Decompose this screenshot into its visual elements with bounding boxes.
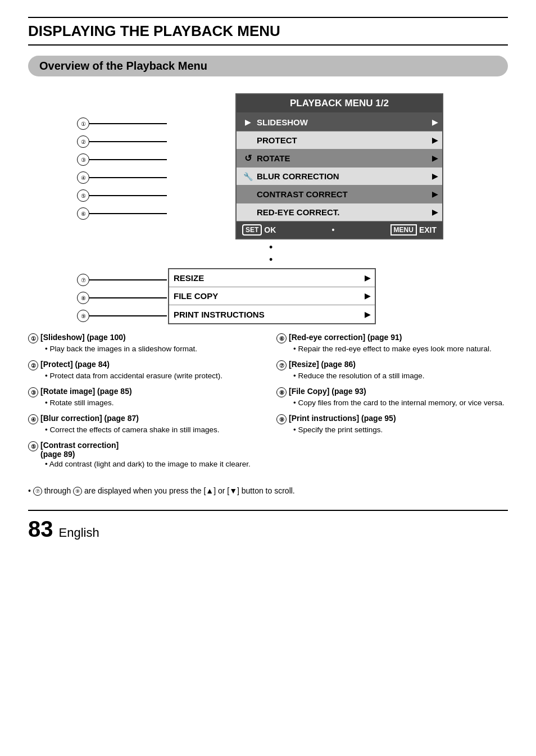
callout-row-7: ⑦ [77, 271, 167, 289]
desc-3: ③ [Rotate image] (page 85) Rotate still … [28, 387, 260, 407]
descriptions-section: ① [Slideshow] (page 100) Play back the i… [28, 333, 508, 475]
contrast-icon [241, 189, 255, 200]
slideshow-icon: ▶ [241, 117, 255, 128]
desc-6: ⑥ [Red-eye correction] (page 91) Repair … [276, 333, 508, 353]
menu-box: PLAYBACK MENU 1/2 ▶ SLIDESHOW ▶ PROTECT … [168, 93, 376, 239]
desc-4: ④ [Blur correction] (page 87) Correct th… [28, 414, 260, 434]
page-title: DISPLAYING THE PLAYBACK MENU [28, 17, 508, 46]
page-language: English [59, 526, 99, 540]
section-header: Overview of the Playback Menu [28, 56, 508, 76]
redeye-icon [241, 207, 255, 218]
callout-row-6: ⑥ [77, 205, 167, 223]
menu-item-redeye[interactable]: RED-EYE CORRECT. ▶ [237, 203, 442, 221]
desc-1: ① [Slideshow] (page 100) Play back the i… [28, 333, 260, 353]
desc-left-col: ① [Slideshow] (page 100) Play back the i… [28, 333, 260, 475]
diagram-top: ① ② ③ ④ ⑤ ⑥ [77, 93, 459, 241]
callout-row-9: ⑨ [77, 307, 167, 325]
set-badge: SET [242, 224, 262, 236]
callout-row-1: ① [77, 115, 167, 133]
ok-label: OK [264, 225, 276, 234]
menu-title: PLAYBACK MENU 1/2 [237, 94, 442, 114]
page-number: 83 [28, 517, 53, 542]
exit-label: EXIT [419, 225, 437, 234]
desc-5: ⑤ [Contrast correction](page 89) Add con… [28, 441, 260, 468]
callout-row-4: ④ [77, 169, 167, 187]
desc-9: ⑨ [Print instructions] (page 95) Specify… [276, 414, 508, 434]
page-footer: 83 English [28, 510, 508, 542]
menu-item-rotate[interactable]: ↺ ROTATE ▶ [237, 150, 442, 168]
blur-icon: 🔧 [241, 171, 255, 182]
desc-2: ② [Protect] (page 84) Protect data from … [28, 360, 260, 380]
diagram-area: ① ② ③ ④ ⑤ ⑥ [77, 93, 459, 327]
callout-row-2: ② [77, 133, 167, 151]
menu-item-protect[interactable]: PROTECT ▶ [237, 132, 442, 150]
protect-icon [241, 135, 255, 146]
dots-connector: •• [77, 242, 459, 266]
left-callouts-bottom: ⑦ ⑧ ⑨ [77, 271, 167, 325]
below-items-box: RESIZE ▶ FILE COPY ▶ PRINT INSTRUCTIONS … [168, 268, 376, 324]
left-callouts-top: ① ② ③ ④ ⑤ ⑥ [77, 115, 167, 223]
desc-7: ⑦ [Resize] (page 86) Reduce the resoluti… [276, 360, 508, 380]
dot-separator: • [331, 225, 334, 234]
below-item-resize[interactable]: RESIZE ▶ [169, 269, 375, 287]
below-item-filecopy[interactable]: FILE COPY ▶ [169, 287, 375, 305]
menu-footer: SET OK • MENU EXIT [237, 221, 442, 238]
rotate-icon: ↺ [241, 153, 255, 164]
desc-right-col: ⑥ [Red-eye correction] (page 91) Repair … [276, 333, 508, 475]
menu-item-slideshow[interactable]: ▶ SLIDESHOW ▶ [237, 114, 442, 132]
menu-item-contrast[interactable]: CONTRAST CORRECT ▶ [237, 185, 442, 203]
callout-row-5: ⑤ [77, 187, 167, 205]
callout-row-3: ③ [77, 151, 167, 169]
diagram-bottom: ⑦ ⑧ ⑨ RESIZE ▶ FILE COPY ▶ PRIN [77, 268, 459, 327]
desc-8: ⑧ [File Copy] (page 93) Copy files from … [276, 387, 508, 407]
scroll-note: • ⑦ through ⑨ are displayed when you pre… [28, 486, 508, 496]
callout-row-8: ⑧ [77, 289, 167, 307]
menu-item-blur[interactable]: 🔧 BLUR CORRECTION ▶ [237, 168, 442, 185]
menu-badge: MENU [390, 224, 417, 236]
below-item-printinstructions[interactable]: PRINT INSTRUCTIONS ▶ [169, 305, 375, 323]
